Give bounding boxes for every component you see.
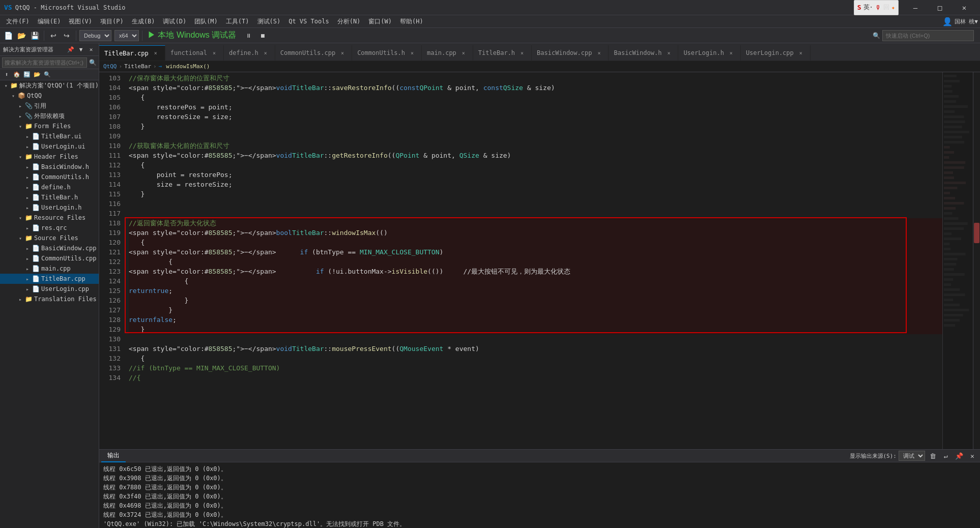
tree-toolbar-btn-4[interactable]: 📂 xyxy=(33,70,42,79)
tree-arrow-12[interactable]: ▸ xyxy=(23,205,32,211)
tree-arrow-5[interactable]: ▸ xyxy=(23,134,32,139)
pin-button[interactable]: 📌 xyxy=(66,45,75,54)
toolbar-extra-1[interactable]: ⏸ xyxy=(242,30,254,42)
menu-view[interactable]: 视图(V) xyxy=(65,16,96,27)
output-clear-btn[interactable]: 🗑 xyxy=(927,450,938,461)
menu-build[interactable]: 生成(B) xyxy=(128,16,159,27)
sidebar-search-input[interactable] xyxy=(2,57,87,68)
run-button[interactable]: ▶ 本地 Windows 调试器 xyxy=(146,30,238,41)
menu-window[interactable]: 窗口(W) xyxy=(364,16,396,27)
tree-arrow-8[interactable]: ▸ xyxy=(23,164,32,170)
minimize-button[interactable]: — xyxy=(904,0,927,15)
menu-project[interactable]: 项目(P) xyxy=(96,16,128,27)
tree-item-13[interactable]: ▾ 📁 Resource Files xyxy=(0,213,99,223)
save-button[interactable]: 💾 xyxy=(28,30,41,42)
toolbar-extra-2[interactable]: ⏹ xyxy=(256,30,269,42)
tree-toolbar-btn-3[interactable]: 🔄 xyxy=(22,70,32,79)
menu-tools[interactable]: 工具(T) xyxy=(222,16,253,27)
menu-analyze[interactable]: 分析(N) xyxy=(333,16,365,27)
tree-arrow-16[interactable]: ▸ xyxy=(23,246,32,251)
tree-item-14[interactable]: ▸ 📄 res.qrc xyxy=(0,223,99,233)
tree-arrow-9[interactable]: ▸ xyxy=(23,174,32,180)
tree-arrow-15[interactable]: ▾ xyxy=(16,236,24,241)
tab-functional[interactable]: functional× xyxy=(165,45,224,61)
tab-close-5[interactable]: × xyxy=(459,49,468,57)
tree-item-17[interactable]: ▸ 📄 CommonUtils.cpp xyxy=(0,253,99,263)
output-source-dropdown[interactable]: 调试 xyxy=(899,451,925,461)
output-wrap-btn[interactable]: ↵ xyxy=(940,450,952,461)
code-area[interactable]: //保存窗体最大化前的位置和尺寸<span style="color:#8585… xyxy=(125,72,942,449)
redo-button[interactable]: ↪ xyxy=(61,30,73,42)
tab-close-10[interactable]: × xyxy=(797,49,805,57)
tab-close-7[interactable]: × xyxy=(595,49,603,57)
tab-CommonUtils-h[interactable]: CommonUtils.h× xyxy=(352,45,422,61)
tree-arrow-6[interactable]: ▸ xyxy=(23,144,32,150)
tab-close-1[interactable]: × xyxy=(210,49,218,57)
tree-item-0[interactable]: ▾ 📁 解决方案'QtQQ'(1 个项目) xyxy=(0,80,99,91)
tree-arrow-4[interactable]: ▾ xyxy=(16,124,24,129)
tab-define-h[interactable]: define.h× xyxy=(224,45,275,61)
tab-BasicWindow-h[interactable]: BasicWindow.h× xyxy=(609,45,678,61)
output-close-btn[interactable]: ✕ xyxy=(967,450,978,461)
tree-item-4[interactable]: ▾ 📁 Form Files xyxy=(0,121,99,131)
tab-main-cpp[interactable]: main.cpp× xyxy=(422,45,473,61)
tree-item-12[interactable]: ▸ 📄 UserLogin.h xyxy=(0,202,99,213)
menu-team[interactable]: 团队(M) xyxy=(190,16,222,27)
tab-close-4[interactable]: × xyxy=(408,49,416,57)
tab-close-9[interactable]: × xyxy=(727,49,735,57)
tree-toolbar-btn-5[interactable]: 🔍 xyxy=(43,70,52,79)
output-tab[interactable]: 输出 xyxy=(101,450,126,462)
tree-item-10[interactable]: ▸ 📄 define.h xyxy=(0,182,99,192)
tab-BasicWindow-cpp[interactable]: BasicWindow.cpp× xyxy=(532,45,609,61)
platform-dropdown[interactable]: x64 xyxy=(114,30,139,41)
tree-item-3[interactable]: ▸ 📎 外部依赖项 xyxy=(0,111,99,121)
tree-item-19[interactable]: ▸ 📄 TitleBar.cpp xyxy=(0,274,99,284)
tab-TitleBar-cpp[interactable]: TitleBar.cpp× xyxy=(99,45,165,61)
tree-arrow-10[interactable]: ▸ xyxy=(23,185,32,190)
sidebar-options-button[interactable]: ▼ xyxy=(76,45,85,54)
tab-close-3[interactable]: × xyxy=(338,49,347,57)
tree-arrow-3[interactable]: ▸ xyxy=(16,113,24,119)
tree-arrow-11[interactable]: ▸ xyxy=(23,195,32,200)
tree-arrow-2[interactable]: ▸ xyxy=(16,103,24,109)
tree-toolbar-btn-2[interactable]: 🏠 xyxy=(12,70,21,79)
menu-edit[interactable]: 编辑(E) xyxy=(34,16,65,27)
tree-item-16[interactable]: ▸ 📄 BasicWindow.cpp xyxy=(0,243,99,253)
tree-arrow-1[interactable]: ▾ xyxy=(9,93,17,99)
tab-CommonUtils-cpp[interactable]: CommonUtils.cpp× xyxy=(275,45,352,61)
tree-arrow-19[interactable]: ▸ xyxy=(23,276,32,282)
tree-item-7[interactable]: ▾ 📁 Header Files xyxy=(0,152,99,162)
tree-item-6[interactable]: ▸ 📄 UserLogin.ui xyxy=(0,141,99,152)
tab-close-2[interactable]: × xyxy=(262,49,270,57)
quick-search-input[interactable] xyxy=(882,30,974,41)
tree-toolbar-btn-1[interactable]: ⬆ xyxy=(2,70,11,79)
menu-help[interactable]: 帮助(H) xyxy=(396,16,427,27)
sidebar-close-button[interactable]: ✕ xyxy=(87,45,96,54)
tree-item-15[interactable]: ▾ 📁 Source Files xyxy=(0,233,99,243)
menu-file[interactable]: 文件(F) xyxy=(2,16,34,27)
tree-item-1[interactable]: ▾ 📦 QtQQ xyxy=(0,91,99,101)
tab-TitleBar-h[interactable]: TitleBar.h× xyxy=(473,45,532,61)
tree-arrow-13[interactable]: ▾ xyxy=(16,215,24,221)
tree-arrow-7[interactable]: ▾ xyxy=(16,154,24,160)
tree-item-18[interactable]: ▸ 📄 main.cpp xyxy=(0,263,99,274)
new-button[interactable]: 📄 xyxy=(2,30,14,42)
menu-test[interactable]: 测试(S) xyxy=(253,16,285,27)
tree-arrow-20[interactable]: ▸ xyxy=(23,286,32,292)
tree-item-2[interactable]: ▸ 📎 引用 xyxy=(0,101,99,111)
tree-item-5[interactable]: ▸ 📄 TitleBar.ui xyxy=(0,131,99,141)
tab-UserLogin-h[interactable]: UserLogin.h× xyxy=(678,45,740,61)
tree-arrow-21[interactable]: ▸ xyxy=(16,297,24,302)
config-dropdown[interactable]: Debug xyxy=(79,30,111,41)
tree-arrow-0[interactable]: ▾ xyxy=(2,83,10,89)
menu-qt[interactable]: Qt VS Tools xyxy=(284,16,333,26)
menu-debug[interactable]: 调试(D) xyxy=(159,16,190,27)
tree-arrow-18[interactable]: ▸ xyxy=(23,266,32,272)
tree-arrow-14[interactable]: ▸ xyxy=(23,225,32,231)
tab-close-8[interactable]: × xyxy=(665,49,673,57)
tree-arrow-17[interactable]: ▸ xyxy=(23,256,32,261)
tree-item-11[interactable]: ▸ 📄 TitleBar.h xyxy=(0,192,99,202)
tab-UserLogin-cpp[interactable]: UserLogin.cpp× xyxy=(741,45,811,61)
undo-button[interactable]: ↩ xyxy=(47,30,60,42)
tab-close-6[interactable]: × xyxy=(518,49,526,57)
